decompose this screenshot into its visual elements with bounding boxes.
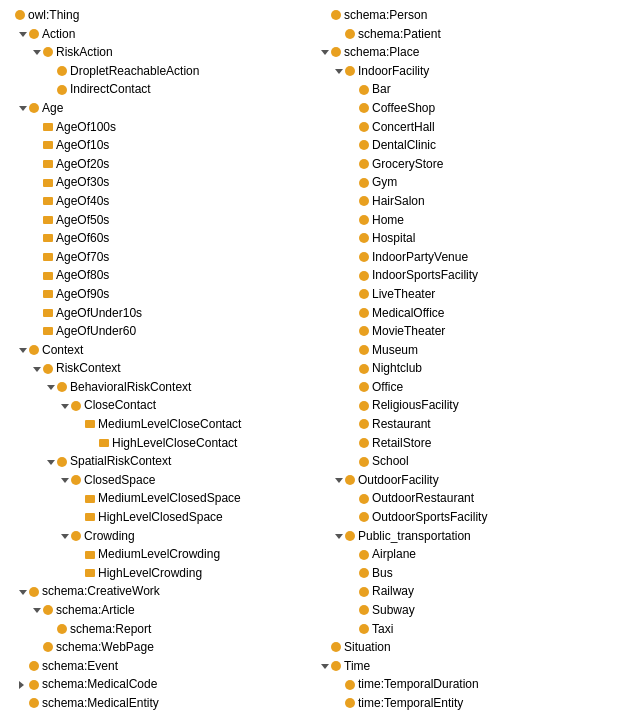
list-item: ReligiousFacility bbox=[320, 396, 636, 415]
list-item: HighLevelCloseContact bbox=[4, 434, 320, 453]
list-item: owl:Thing bbox=[4, 6, 320, 25]
tree-node-label: RetailStore bbox=[372, 434, 431, 453]
no-arrow-placeholder bbox=[32, 215, 42, 225]
circle-icon bbox=[29, 698, 39, 708]
tree-node-label: time:TemporalDuration bbox=[358, 675, 479, 694]
tree-node-label: Home bbox=[372, 211, 404, 230]
tree-node-label: IndoorSportsFacility bbox=[372, 266, 478, 285]
arrow-down-icon[interactable] bbox=[18, 103, 28, 113]
list-item: schema:Event bbox=[4, 657, 320, 676]
tree-node-label: Crowding bbox=[84, 527, 135, 546]
circle-icon bbox=[359, 178, 369, 188]
list-item: AgeOf10s bbox=[4, 136, 320, 155]
tree-node-label: LiveTheater bbox=[372, 285, 435, 304]
rect-icon bbox=[43, 141, 53, 149]
arrow-down-icon[interactable] bbox=[334, 66, 344, 76]
no-arrow-placeholder bbox=[32, 122, 42, 132]
circle-icon bbox=[359, 587, 369, 597]
arrow-open-icon[interactable] bbox=[18, 680, 28, 690]
arrow-down-icon[interactable] bbox=[46, 382, 56, 392]
list-item: DropletReachableAction bbox=[4, 62, 320, 81]
tree-node-label: AgeOf10s bbox=[56, 136, 109, 155]
tree-node-label: AgeOf30s bbox=[56, 173, 109, 192]
tree-node-label: Bus bbox=[372, 564, 393, 583]
tree-node-label: AgeOf90s bbox=[56, 285, 109, 304]
tree-node-label: DentalClinic bbox=[372, 136, 436, 155]
arrow-down-icon[interactable] bbox=[32, 605, 42, 615]
circle-icon bbox=[359, 624, 369, 634]
no-arrow-placeholder bbox=[46, 624, 56, 634]
circle-icon bbox=[359, 550, 369, 560]
tree-node-label: schema:MedicalEntity bbox=[42, 694, 159, 712]
arrow-down-icon[interactable] bbox=[320, 661, 330, 671]
circle-icon bbox=[359, 401, 369, 411]
tree-node-label: Restaurant bbox=[372, 415, 431, 434]
no-arrow-placeholder bbox=[348, 438, 358, 448]
no-arrow-placeholder bbox=[32, 178, 42, 188]
arrow-down-icon[interactable] bbox=[334, 475, 344, 485]
tree-node-label: AgeOf50s bbox=[56, 211, 109, 230]
rect-icon bbox=[43, 123, 53, 131]
no-arrow-placeholder bbox=[18, 661, 28, 671]
no-arrow-placeholder bbox=[32, 233, 42, 243]
tree-node-label: RiskContext bbox=[56, 359, 121, 378]
arrow-down-icon[interactable] bbox=[320, 47, 330, 57]
tree-node-label: Office bbox=[372, 378, 403, 397]
arrow-down-icon[interactable] bbox=[18, 29, 28, 39]
tree-node-label: CoffeeShop bbox=[372, 99, 435, 118]
circle-icon bbox=[359, 438, 369, 448]
tree-node-label: Airplane bbox=[372, 545, 416, 564]
no-arrow-placeholder bbox=[348, 382, 358, 392]
list-item: HighLevelClosedSpace bbox=[4, 508, 320, 527]
arrow-down-icon[interactable] bbox=[32, 47, 42, 57]
no-arrow-placeholder bbox=[348, 494, 358, 504]
rect-icon bbox=[85, 569, 95, 577]
tree-node-label: Railway bbox=[372, 582, 414, 601]
no-arrow-placeholder bbox=[32, 326, 42, 336]
rect-icon bbox=[43, 272, 53, 280]
no-arrow-placeholder bbox=[348, 587, 358, 597]
arrow-down-icon[interactable] bbox=[334, 531, 344, 541]
circle-icon bbox=[43, 47, 53, 57]
arrow-down-icon[interactable] bbox=[18, 587, 28, 597]
circle-icon bbox=[359, 419, 369, 429]
circle-icon bbox=[359, 103, 369, 113]
rect-icon bbox=[43, 179, 53, 187]
arrow-down-icon[interactable] bbox=[60, 475, 70, 485]
circle-icon bbox=[29, 103, 39, 113]
tree-node-label: ReligiousFacility bbox=[372, 396, 459, 415]
tree-node-label: Gym bbox=[372, 173, 397, 192]
no-arrow-placeholder bbox=[320, 642, 330, 652]
tree-node-label: CloseContact bbox=[84, 396, 156, 415]
arrow-down-icon[interactable] bbox=[60, 401, 70, 411]
arrow-down-icon[interactable] bbox=[46, 457, 56, 467]
list-item: AgeOf50s bbox=[4, 211, 320, 230]
arrow-down-icon[interactable] bbox=[18, 345, 28, 355]
tree-node-label: SpatialRiskContext bbox=[70, 452, 171, 471]
no-arrow-placeholder bbox=[348, 122, 358, 132]
no-arrow-placeholder bbox=[32, 252, 42, 262]
list-item: AgeOf100s bbox=[4, 118, 320, 137]
no-arrow-placeholder bbox=[348, 550, 358, 560]
rect-icon bbox=[43, 234, 53, 242]
arrow-down-icon[interactable] bbox=[32, 364, 42, 374]
list-item: IndoorFacility bbox=[320, 62, 636, 81]
tree-node-label: schema:Event bbox=[42, 657, 118, 676]
list-item: schema:MedicalEntity bbox=[4, 694, 320, 712]
tree-node-label: schema:Report bbox=[70, 620, 151, 639]
arrow-down-icon[interactable] bbox=[60, 531, 70, 541]
no-arrow-placeholder bbox=[32, 196, 42, 206]
list-item: AgeOf80s bbox=[4, 266, 320, 285]
tree-node-label: AgeOf40s bbox=[56, 192, 109, 211]
list-item: School bbox=[320, 452, 636, 471]
list-item: AgeOfUnder10s bbox=[4, 304, 320, 323]
tree-node-label: Action bbox=[42, 25, 75, 44]
circle-icon bbox=[331, 661, 341, 671]
tree-node-label: RiskAction bbox=[56, 43, 113, 62]
tree-node-label: HighLevelClosedSpace bbox=[98, 508, 223, 527]
circle-icon bbox=[359, 605, 369, 615]
circle-icon bbox=[359, 364, 369, 374]
tree-node-label: DropletReachableAction bbox=[70, 62, 199, 81]
list-item: DentalClinic bbox=[320, 136, 636, 155]
list-item: schema:WebPage bbox=[4, 638, 320, 657]
